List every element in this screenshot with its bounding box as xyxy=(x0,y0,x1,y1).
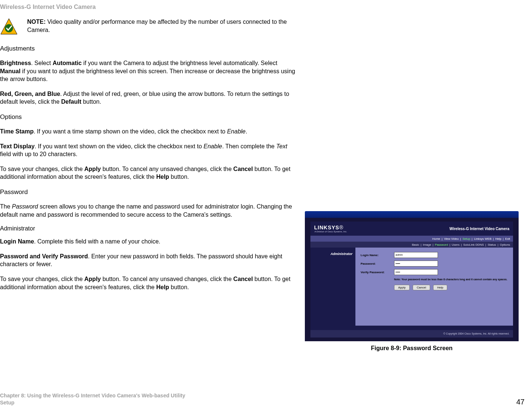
subnav-item[interactable]: Basic xyxy=(412,243,419,246)
window-titlebar xyxy=(305,211,519,218)
timestamp-label: Time Stamp xyxy=(0,128,33,135)
product-name: Wireless-G Internet Video Camera xyxy=(449,227,509,231)
warning-check-icon xyxy=(0,18,18,36)
password-fields-paragraph: Password and Verify Password. Enter your… xyxy=(0,252,297,268)
password-input[interactable]: ••••• xyxy=(394,261,438,267)
text: The xyxy=(0,203,12,210)
nav-item[interactable]: Home xyxy=(432,237,440,240)
footer-chapter: Chapter 8: Using the Wireless-G Internet… xyxy=(0,392,185,399)
cancel-label: Cancel xyxy=(233,276,253,282)
note-block: NOTE: Video quality and/or performance m… xyxy=(0,18,297,36)
text: To save your changes, click the xyxy=(0,276,84,282)
help-label: Help xyxy=(156,174,169,180)
textdisplay-label: Text Display xyxy=(0,143,35,149)
password-verify-label: Password and Verify Password xyxy=(0,253,88,259)
nav-separator: | xyxy=(486,243,486,246)
password-intro: The Password screen allows you to change… xyxy=(0,203,297,219)
note-text: NOTE: Video quality and/or performance m… xyxy=(27,18,297,34)
apply-button[interactable]: Apply xyxy=(394,285,410,290)
nav-item[interactable]: Exit xyxy=(505,237,510,240)
apply-label: Apply xyxy=(84,166,101,172)
text: button. xyxy=(81,99,101,105)
subnav-item[interactable]: Status xyxy=(488,243,496,246)
nav-item[interactable]: Setup xyxy=(462,237,470,240)
login-name-input[interactable]: admin xyxy=(394,252,438,258)
main-text-column: NOTE: Video quality and/or performance m… xyxy=(0,18,305,298)
text: button. To cancel any unsaved changes, c… xyxy=(101,276,233,282)
save-paragraph-1: To save your changes, click the Apply bu… xyxy=(0,165,297,181)
login-name-label: Login Name: xyxy=(361,254,394,257)
subnav-item[interactable]: SoloLink DDNS xyxy=(463,243,484,246)
nav-separator: | xyxy=(460,237,461,240)
help-button[interactable]: Help xyxy=(433,285,447,290)
text: . If you want text shown on the video, c… xyxy=(35,143,203,149)
automatic-label: Automatic xyxy=(52,60,81,66)
page-number: 47 xyxy=(516,398,525,406)
password-label: Password: xyxy=(361,262,394,265)
side-label: Administrator xyxy=(310,248,355,326)
password-heading: Password xyxy=(0,188,297,196)
text: button. xyxy=(169,284,189,290)
text: To save your changes, click the xyxy=(0,166,84,172)
enable-label: Enable xyxy=(227,128,246,135)
nav-item[interactable]: Linksys WEB xyxy=(474,237,491,240)
text: . Complete this field with a name of you… xyxy=(34,238,161,245)
password-screen-label: Password xyxy=(12,203,38,210)
page-footer: Chapter 8: Using the Wireless-G Internet… xyxy=(0,392,525,406)
text: . If you want a time stamp shown on the … xyxy=(33,128,227,135)
text: . Then complete the xyxy=(222,143,276,149)
figure-column: LINKSYS® A Division of Cisco Systems, In… xyxy=(305,18,519,352)
figure-caption: Figure 8-9: Password Screen xyxy=(305,345,519,352)
cancel-button[interactable]: Cancel xyxy=(413,285,430,290)
text: . xyxy=(246,128,247,135)
default-label: Default xyxy=(61,99,81,105)
verify-password-label: Verify Password: xyxy=(361,271,394,274)
subnav-item[interactable]: Password xyxy=(435,243,448,246)
text: screen allows you to change the name and… xyxy=(0,203,292,218)
logo-subtitle: A Division of Cisco Systems, Inc. xyxy=(315,230,347,233)
password-screen-screenshot: LINKSYS® A Division of Cisco Systems, In… xyxy=(305,211,519,341)
login-name-label: Login Name xyxy=(0,238,34,245)
subnav-item[interactable]: Users xyxy=(452,243,460,246)
main-nav: Home|View Video|Setup|Linksys WEB|Help|E… xyxy=(310,236,513,242)
administrator-heading: Administrator xyxy=(0,225,297,232)
rgb-paragraph: Red, Green, and Blue. Adjust the level o… xyxy=(0,90,297,106)
textdisplay-paragraph: Text Display. If you want text shown on … xyxy=(0,142,297,158)
text: button. xyxy=(169,174,189,180)
text: if you want the Camera to adjust the bri… xyxy=(82,60,277,66)
nav-separator: | xyxy=(449,243,450,246)
verify-password-input[interactable]: ••••• xyxy=(394,269,438,275)
nav-separator: | xyxy=(461,243,462,246)
login-name-paragraph: Login Name. Complete this field with a n… xyxy=(0,238,297,246)
password-note: Note: Your password must be less than 8 … xyxy=(394,278,508,281)
manual-label: Manual xyxy=(0,68,20,74)
cancel-label: Cancel xyxy=(233,166,253,172)
brightness-paragraph: Brightness. Select Automatic if you want… xyxy=(0,59,297,83)
nav-separator: | xyxy=(493,237,494,240)
text: field with up to 20 characters. xyxy=(0,151,77,157)
text: button. To cancel any unsaved changes, c… xyxy=(101,166,233,172)
nav-item[interactable]: View Video xyxy=(444,237,459,240)
apply-label: Apply xyxy=(84,276,101,282)
adjustments-heading: Adjustments xyxy=(0,45,297,52)
subnav-item[interactable]: Image xyxy=(423,243,431,246)
nav-separator: | xyxy=(503,237,504,240)
linksys-logo: LINKSYS® xyxy=(314,225,347,230)
nav-separator: | xyxy=(433,243,433,246)
copyright: © Copyright 2004 Cisco Systems, Inc. All… xyxy=(310,330,513,338)
text: . Select xyxy=(31,60,53,66)
note-body: Video quality and/or performance may be … xyxy=(27,19,287,33)
help-label: Help xyxy=(156,284,169,290)
nav-separator: | xyxy=(420,243,421,246)
text: if you want to adjust the brightness lev… xyxy=(0,68,295,83)
nav-item[interactable]: Help xyxy=(495,237,501,240)
nav-separator: | xyxy=(442,237,442,240)
nav-separator: | xyxy=(497,243,498,246)
subnav-item[interactable]: Options xyxy=(500,243,510,246)
save-paragraph-2: To save your changes, click the Apply bu… xyxy=(0,275,297,291)
enable-label: Enable xyxy=(204,143,222,149)
text-field-label: Text xyxy=(276,143,287,149)
svg-point-1 xyxy=(5,24,13,32)
nav-separator: | xyxy=(472,237,473,240)
password-form: Login Name: admin Password: ••••• Verify… xyxy=(355,248,513,326)
